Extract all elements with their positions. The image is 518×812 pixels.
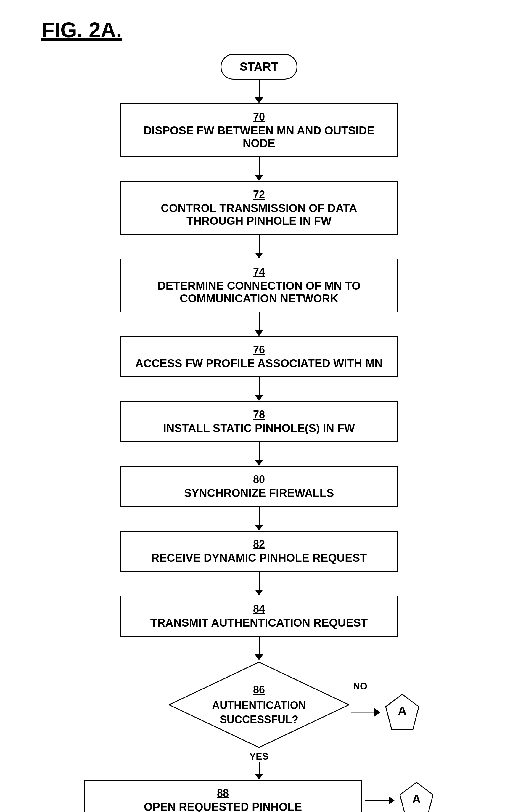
page: FIG. 2A. START 70 DISPOSE FW BETWEEN MN … [0, 0, 518, 812]
arrow-head [255, 774, 263, 780]
step-76-box: 76 ACCESS FW PROFILE ASSOCIATED WITH MN [120, 336, 398, 377]
arrow-4 [255, 312, 263, 336]
arrow-5 [255, 377, 263, 401]
start-node: START [220, 54, 298, 80]
arrow-head [255, 460, 263, 466]
h-line [351, 712, 374, 713]
step-88-box: 88 OPEN REQUESTED PINHOLE [84, 780, 362, 812]
step-88-rect: 88 OPEN REQUESTED PINHOLE [84, 780, 362, 812]
step-74-text: DETERMINE CONNECTION OF MN TO COMMUNICAT… [157, 280, 360, 305]
arrow-right-head-88 [389, 796, 395, 805]
step-80-rect: 80 SYNCHRONIZE FIREWALLS [120, 466, 398, 507]
flowchart: START 70 DISPOSE FW BETWEEN MN AND OUTSI… [24, 54, 494, 812]
arrow-line [259, 507, 260, 525]
step-88-number: 88 [96, 787, 349, 800]
arrow-line [259, 762, 260, 774]
decision-row: 86 AUTHENTICATIONSUCCESSFUL? YES NO [24, 660, 494, 762]
no-arrow: A [351, 693, 420, 731]
arrow-line [259, 312, 260, 330]
arrow-line [259, 442, 260, 460]
decision-center: 86 AUTHENTICATIONSUCCESSFUL? YES [167, 660, 351, 762]
step-74-rect: 74 DETERMINE CONNECTION OF MN TO COMMUNI… [120, 259, 398, 312]
step-78-rect: 78 INSTALL STATIC PINHOLE(S) IN FW [120, 401, 398, 442]
no-label: NO [353, 681, 367, 692]
arrow-line [259, 572, 260, 589]
step-76-rect: 76 ACCESS FW PROFILE ASSOCIATED WITH MN [120, 336, 398, 377]
arrow-head [255, 395, 263, 401]
step-72-number: 72 [132, 188, 386, 201]
step-70-number: 70 [132, 111, 386, 123]
step-78-number: 78 [132, 408, 386, 421]
connector-a-88-label: A [412, 792, 421, 806]
arrow-10 [255, 762, 263, 780]
step-70-rect: 70 DISPOSE FW BETWEEN MN AND OUTSIDE NOD… [120, 103, 398, 157]
decision-diamond: 86 AUTHENTICATIONSUCCESSFUL? [167, 660, 351, 749]
step-80-number: 80 [132, 473, 386, 486]
arrow-line [259, 377, 260, 395]
arrow-9 [255, 637, 263, 660]
step-70-text: DISPOSE FW BETWEEN MN AND OUTSIDE NODE [144, 124, 374, 149]
decision-text: 86 AUTHENTICATIONSUCCESSFUL? [212, 683, 306, 727]
start-label: START [240, 60, 278, 73]
arrow-8 [255, 572, 263, 596]
step-74-number: 74 [132, 266, 386, 278]
step-84-box: 84 TRANSMIT AUTHENTICATION REQUEST [120, 596, 398, 637]
arrow-head [255, 525, 263, 531]
arrow-head [255, 175, 263, 181]
no-branch: NO A [351, 681, 420, 731]
start-oval: START [220, 54, 298, 80]
step-72-text: CONTROL TRANSMISSION OF DATA THROUGH PIN… [161, 202, 357, 227]
step-88-text: OPEN REQUESTED PINHOLE [144, 801, 302, 812]
step-74-box: 74 DETERMINE CONNECTION OF MN TO COMMUNI… [120, 259, 398, 312]
step-82-text: RECEIVE DYNAMIC PINHOLE REQUEST [151, 552, 367, 564]
step-72-box: 72 CONTROL TRANSMISSION OF DATA THROUGH … [120, 181, 398, 235]
arrow-6 [255, 442, 263, 466]
arrow-head [255, 589, 263, 596]
arrow-head [255, 253, 263, 259]
arrow-3 [255, 235, 263, 259]
step-84-text: TRANSMIT AUTHENTICATION REQUEST [150, 616, 368, 629]
arrow-line [259, 235, 260, 253]
yes-label: YES [249, 751, 269, 762]
arrow-7 [255, 507, 263, 531]
figure-title: FIG. 2A. [41, 18, 122, 42]
step-84-number: 84 [132, 603, 386, 615]
step-78-text: INSTALL STATIC PINHOLE(S) IN FW [163, 422, 355, 434]
connector-a-no: A [385, 693, 420, 731]
arrow-head [255, 330, 263, 336]
arrow-head [255, 655, 263, 660]
step-84-rect: 84 TRANSMIT AUTHENTICATION REQUEST [120, 596, 398, 637]
h-line-88 [365, 800, 389, 801]
step-80-box: 80 SYNCHRONIZE FIREWALLS [120, 466, 398, 507]
arrow-1 [255, 80, 263, 103]
step-88-row: 88 OPEN REQUESTED PINHOLE A [24, 780, 494, 812]
arrow-2 [255, 157, 263, 181]
step-76-number: 76 [132, 344, 386, 356]
step-82-box: 82 RECEIVE DYNAMIC PINHOLE REQUEST [120, 531, 398, 572]
pentagon-no: A [385, 693, 420, 731]
step-72-rect: 72 CONTROL TRANSMISSION OF DATA THROUGH … [120, 181, 398, 235]
arrow-right-head [374, 708, 380, 716]
pentagon-88: A [399, 781, 434, 812]
step-88-right-branch: A [365, 781, 434, 812]
arrow-line [259, 80, 260, 97]
decision-number: 86 [212, 683, 306, 697]
step-70-box: 70 DISPOSE FW BETWEEN MN AND OUTSIDE NOD… [120, 103, 398, 157]
arrow-line [259, 157, 260, 175]
step-76-text: ACCESS FW PROFILE ASSOCIATED WITH MN [135, 357, 383, 370]
decision-label-text: AUTHENTICATIONSUCCESSFUL? [212, 699, 306, 726]
step-82-rect: 82 RECEIVE DYNAMIC PINHOLE REQUEST [120, 531, 398, 572]
arrow-head [255, 97, 263, 103]
step-78-box: 78 INSTALL STATIC PINHOLE(S) IN FW [120, 401, 398, 442]
step-80-text: SYNCHRONIZE FIREWALLS [184, 487, 334, 499]
connector-a-no-label: A [398, 704, 407, 718]
arrow-line [259, 637, 260, 655]
step-82-number: 82 [132, 538, 386, 551]
